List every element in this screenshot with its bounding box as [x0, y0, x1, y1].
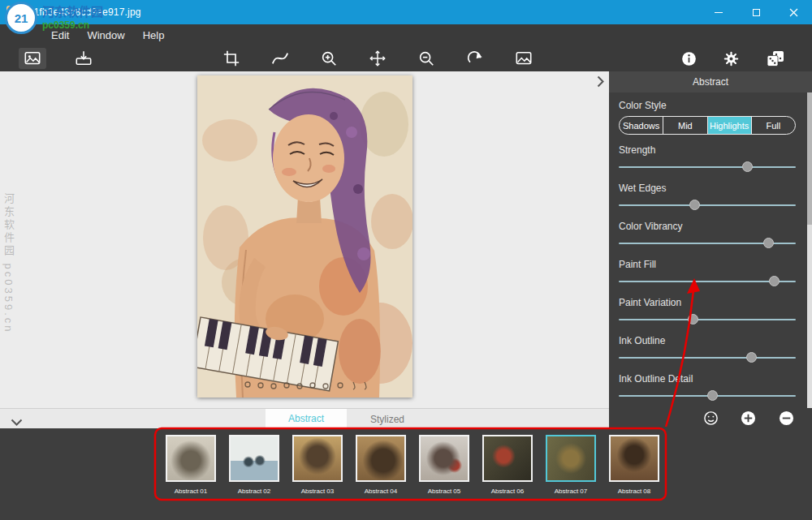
zoom-out-icon[interactable] [412, 48, 440, 69]
menu-window[interactable]: Window [78, 24, 133, 45]
slider-handle[interactable] [688, 314, 698, 324]
minimize-button[interactable] [700, 0, 737, 24]
menu-edit[interactable]: Edit [42, 24, 78, 45]
ink-outline-detail-slider-group: Ink Outline Detail [619, 373, 796, 402]
slider-label: Ink Outline Detail [619, 373, 796, 385]
segment-shadows[interactable]: Shadows [620, 117, 663, 134]
slider-handle[interactable] [769, 276, 780, 286]
slider-label: Wet Edges [619, 183, 796, 194]
tone-curve-icon[interactable] [266, 48, 294, 69]
close-button[interactable] [775, 0, 812, 24]
preset-thumbnail[interactable]: Abstract 04 [349, 435, 412, 495]
thumbnail-row: Abstract 01 Abstract 02 Abstract 03 Abst… [159, 435, 666, 495]
chevron-right-icon [597, 75, 604, 88]
preset-thumbnail[interactable]: Abstract 03 [286, 435, 349, 495]
paint-fill-slider[interactable] [619, 276, 796, 287]
title-bar: t01fb3e43c8cd9ee917.jpg [0, 0, 812, 24]
thumbnail-image[interactable] [292, 435, 343, 482]
panel-scrollbar[interactable] [807, 92, 812, 408]
strength-slider-group: Strength [619, 144, 796, 173]
settings-panel: Abstract Color Style Shadows Mid Highlig… [609, 71, 812, 408]
info-icon[interactable] [675, 48, 702, 69]
thumbnail-image[interactable] [419, 435, 469, 482]
preset-thumbnail[interactable]: Abstract 08 [603, 435, 666, 495]
panel-body: Color Style Shadows Mid Highlights Full … [609, 92, 812, 402]
thumbnail-label: Abstract 02 [238, 488, 270, 495]
scrollbar-thumb[interactable] [807, 92, 812, 225]
preset-thumbnail[interactable]: Abstract 01 [159, 435, 222, 495]
preview-image [197, 75, 412, 398]
crop-icon[interactable] [218, 48, 245, 69]
slider-track [619, 357, 796, 359]
slider-handle[interactable] [707, 390, 718, 401]
slider-label: Paint Variation [619, 297, 796, 308]
thumbnail-label: Abstract 01 [175, 488, 207, 495]
slider-track [619, 166, 796, 168]
color-style-segmented-control: Shadows Mid Highlights Full [619, 116, 796, 135]
randomize-dice-icon[interactable] [762, 48, 789, 69]
segment-full[interactable]: Full [751, 117, 795, 134]
thumbnail-label: Abstract 07 [555, 488, 587, 495]
slider-handle[interactable] [689, 200, 700, 210]
compare-image-icon[interactable] [510, 48, 538, 69]
preset-thumbnail[interactable]: Abstract 06 [476, 435, 539, 495]
remove-preset-button[interactable] [779, 410, 794, 426]
slider-label: Ink Outline [619, 335, 796, 346]
watermark-vertical-text: 河东软件园 pc0359.cn [1, 193, 16, 334]
thumbnail-image[interactable] [546, 435, 596, 482]
preset-thumbnail[interactable]: Abstract 07 [539, 435, 603, 495]
maximize-button[interactable] [737, 0, 775, 24]
ink-outline-slider[interactable] [619, 352, 796, 363]
thumbnail-label: Abstract 05 [428, 488, 460, 495]
close-icon [789, 8, 798, 17]
plus-icon [741, 410, 756, 426]
minus-icon [779, 410, 794, 426]
thumbnail-image[interactable] [609, 435, 659, 482]
minimize-icon [715, 12, 723, 13]
paint-variation-slider[interactable] [619, 314, 796, 325]
preset-thumbnail[interactable]: Abstract 05 [412, 435, 476, 495]
artwork-illustration [197, 75, 412, 398]
app-icon [6, 6, 19, 19]
window-title: t01fb3e43c8cd9ee917.jpg [25, 6, 141, 18]
chevron-down-icon [11, 419, 23, 426]
settings-gear-icon[interactable] [717, 48, 745, 69]
preset-thumbnail-strip: Abstract 01 Abstract 02 Abstract 03 Abst… [0, 428, 812, 520]
menu-bar: Edit Window Help [0, 24, 812, 45]
window-controls [700, 0, 812, 24]
preset-thumbnail[interactable]: Abstract 02 [222, 435, 286, 495]
add-preset-button[interactable] [741, 410, 756, 426]
wet-edges-slider-group: Wet Edges [619, 183, 796, 211]
collapse-panel-button[interactable] [593, 74, 607, 88]
tab-stylized[interactable]: Stylized [347, 409, 428, 429]
face-icon[interactable] [703, 410, 719, 426]
thumbnail-image[interactable] [166, 435, 216, 482]
thumbnail-label: Abstract 08 [618, 488, 650, 495]
collapse-strip-button[interactable] [11, 415, 23, 429]
segment-mid[interactable]: Mid [663, 117, 706, 134]
thumbnail-image[interactable] [229, 435, 279, 482]
zoom-in-icon[interactable] [315, 48, 343, 69]
redo-icon[interactable] [461, 48, 489, 69]
pan-icon[interactable] [364, 48, 391, 69]
slider-handle[interactable] [763, 238, 774, 248]
segment-highlights[interactable]: Highlights [707, 117, 751, 134]
ink-outline-detail-slider[interactable] [619, 390, 796, 402]
color-vibrancy-slider[interactable] [619, 238, 796, 249]
menu-help[interactable]: Help [134, 24, 174, 45]
paint-fill-slider-group: Paint Fill [619, 259, 796, 287]
wet-edges-slider[interactable] [619, 200, 796, 211]
thumbnail-image[interactable] [356, 435, 406, 482]
strength-slider[interactable] [619, 161, 796, 173]
slider-handle[interactable] [746, 352, 757, 363]
image-frame-icon[interactable] [19, 48, 46, 69]
tab-abstract[interactable]: Abstract [266, 409, 347, 429]
slider-track [619, 204, 796, 206]
slider-handle[interactable] [742, 161, 753, 172]
thumbnail-image[interactable] [482, 435, 533, 482]
preset-bar: Abstract Stylized [0, 408, 812, 428]
paint-variation-slider-group: Paint Variation [619, 297, 796, 325]
slider-label: Color Vibrancy [619, 221, 796, 232]
import-image-icon[interactable] [70, 48, 97, 69]
thumbnail-label: Abstract 06 [491, 488, 524, 495]
